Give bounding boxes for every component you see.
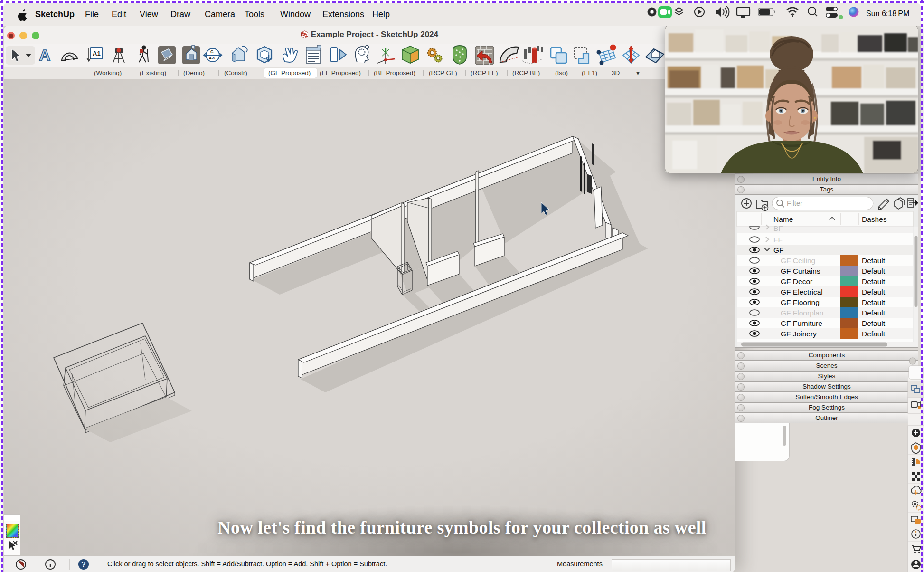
svg-text:A1: A1	[93, 50, 101, 57]
svg-text:Dashes: Dashes	[862, 215, 887, 223]
svg-text:GF Curtains: GF Curtains	[781, 267, 820, 275]
svg-text:FF: FF	[773, 236, 783, 244]
svg-text:A-S: A-S	[209, 56, 215, 60]
svg-text:Name: Name	[773, 215, 793, 223]
svg-text:Default: Default	[862, 257, 886, 265]
svg-text:GF Flooring: GF Flooring	[781, 298, 820, 306]
svg-text:GF Decor: GF Decor	[781, 277, 812, 286]
svg-text:GF Electrical: GF Electrical	[781, 288, 823, 296]
svg-text:Default: Default	[862, 298, 886, 306]
svg-text:GF: GF	[773, 246, 784, 254]
svg-text:GF Ceiling: GF Ceiling	[781, 257, 815, 265]
svg-text:?: ?	[81, 561, 86, 569]
svg-text:C: C	[210, 49, 214, 54]
svg-text:GF Furniture: GF Furniture	[781, 319, 822, 327]
svg-text:GF Floorplan: GF Floorplan	[781, 309, 823, 317]
svg-text:Default: Default	[862, 267, 886, 275]
svg-text:Default: Default	[862, 309, 886, 317]
svg-text:Default: Default	[862, 330, 886, 338]
svg-text:Filter: Filter	[787, 199, 802, 207]
svg-text:BF: BF	[773, 224, 783, 232]
svg-text:Default: Default	[862, 319, 886, 327]
svg-text:Default: Default	[862, 277, 886, 286]
svg-text:Default: Default	[862, 288, 886, 296]
svg-text:GF Joinery: GF Joinery	[781, 330, 817, 338]
svg-text:A: A	[39, 46, 51, 64]
